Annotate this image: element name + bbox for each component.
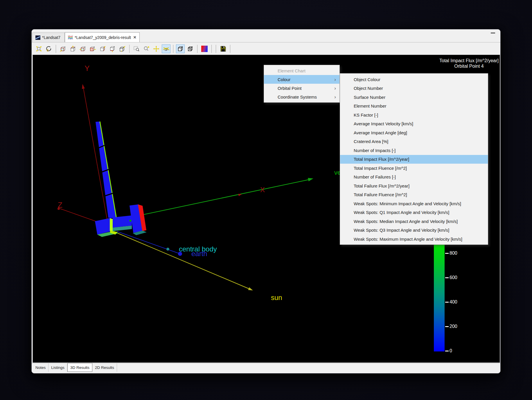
- submenu-arrow-icon: ›: [334, 94, 336, 99]
- colorbar-tick: 600: [445, 275, 457, 280]
- submenu-arrow-icon: ›: [334, 86, 336, 91]
- close-tab-icon[interactable]: ✕: [133, 35, 136, 40]
- view-left-icon[interactable]: [78, 44, 87, 53]
- tick-label: 200: [450, 324, 457, 329]
- minimize-button[interactable]: [491, 33, 495, 33]
- view-top-icon[interactable]: [69, 44, 77, 53]
- tab-2d-results[interactable]: 2D Results: [92, 363, 117, 372]
- toolbar-separator: [173, 45, 173, 53]
- editor-tab-strip: *Landsat7 *Landsat7_y2009_debris-result …: [32, 29, 500, 42]
- view-bottom-icon[interactable]: [108, 44, 117, 53]
- colorbar-tick: 400: [445, 299, 457, 305]
- tab-debris-result[interactable]: *Landsat7_y2009_debris-result ✕: [65, 32, 140, 42]
- desktop-background: { "window": { "tabs": [ { "label": "*Lan…: [0, 0, 532, 400]
- toolbar-separator: [216, 45, 216, 53]
- zoom-window-icon[interactable]: [132, 44, 141, 53]
- sun-arrowhead: [248, 287, 253, 290]
- colorbar-tick: 800: [445, 251, 457, 256]
- pan-icon[interactable]: [152, 44, 161, 53]
- submenu-item-ks-factor[interactable]: KS Factor [-]: [340, 110, 488, 119]
- viewer-toolbar: 0: [32, 42, 500, 55]
- tab-listings[interactable]: Listings: [48, 363, 67, 372]
- tick-label: 400: [450, 299, 457, 305]
- view-back-icon[interactable]: [98, 44, 107, 53]
- sun-line: [114, 231, 249, 289]
- submenu-item-number-of-impacts[interactable]: Number of Impacts [-]: [340, 146, 488, 155]
- y-axis-label: Y: [85, 64, 89, 73]
- central-body-dot: [166, 248, 169, 251]
- submenu-item-total-impact-flux[interactable]: Total Impact Flux [/m^2/year]: [340, 155, 488, 164]
- tab-label: *Landsat7: [42, 35, 60, 40]
- tab-landsat7[interactable]: *Landsat7: [32, 33, 65, 42]
- rotate-zero-icon[interactable]: 0: [44, 44, 53, 53]
- gradient-swatch: [201, 46, 208, 52]
- tick-label: 0: [450, 348, 452, 353]
- submenu-item-object-colour[interactable]: Object Colour: [340, 75, 488, 84]
- velocity-line: [129, 180, 309, 218]
- submenu-item-average-impact-velocity[interactable]: Average Impact Velocity [km/s]: [340, 119, 488, 128]
- submenu-item-total-failure-flux[interactable]: Total Failure Flux [/m^2/year]: [340, 181, 488, 190]
- submenu-item-weak-spots-maximum[interactable]: Weak Spots: Maximum Impact Angle and Vel…: [340, 235, 488, 244]
- result-chart-icon: [68, 35, 73, 40]
- tab-notes[interactable]: Notes: [33, 363, 48, 372]
- earth-label: earth: [191, 250, 207, 258]
- svg-text:0: 0: [47, 49, 48, 52]
- submenu-item-weak-spots-minimum[interactable]: Weak Spots: Minimum Impact Angle and Vel…: [340, 199, 488, 208]
- submenu-item-weak-spots-q1[interactable]: Weak Spots: Q1 Impact Angle and Velocity…: [340, 208, 488, 217]
- submenu-item-total-impact-fluence[interactable]: Total Impact Fluence [/m^2]: [340, 164, 488, 173]
- colour-submenu: Object Colour Object Number Surface Numb…: [340, 73, 488, 245]
- wireframe-shading-icon[interactable]: [186, 44, 195, 53]
- x-axis-label: X: [260, 186, 265, 194]
- result-tab-bar: Notes Listings 3D Results 2D Results: [32, 363, 500, 372]
- submenu-item-surface-number[interactable]: Surface Number: [340, 93, 488, 102]
- x-axis-arrowhead: [238, 194, 242, 196]
- submenu-item-element-number[interactable]: Element Number: [340, 102, 488, 111]
- colorbar-gradient: [434, 244, 445, 351]
- y-axis-arrowhead: [82, 84, 85, 89]
- tick-label: 800: [450, 251, 457, 256]
- colour-scale-icon[interactable]: [200, 44, 209, 53]
- toolbar-separator: [197, 45, 197, 53]
- body-center-bar: [113, 215, 132, 228]
- menu-item-element-chart[interactable]: Element Chart: [264, 66, 339, 75]
- menu-item-colour[interactable]: Colour ›: [264, 75, 339, 84]
- velocity-arrowhead: [308, 178, 313, 181]
- submenu-item-weak-spots-median[interactable]: Weak Spots: Median Impact Angle and Velo…: [340, 217, 488, 226]
- save-icon[interactable]: [219, 44, 227, 53]
- menu-item-orbital-point[interactable]: Orbital Point ›: [264, 84, 339, 92]
- submenu-item-average-impact-angle[interactable]: Average Impact Angle [deg]: [340, 128, 488, 137]
- toolbar-separator: [129, 45, 130, 53]
- view-isometric-icon[interactable]: [118, 44, 127, 53]
- submenu-item-total-failure-fluence[interactable]: Total Failure Fluence [/m^2]: [340, 190, 488, 199]
- solar-panel: [96, 122, 116, 218]
- tick-mark: [445, 277, 449, 278]
- colorbar-tick: 0: [445, 348, 452, 353]
- solid-shading-icon[interactable]: [176, 44, 185, 53]
- zoom-extents-icon[interactable]: [35, 44, 43, 53]
- rotate-view-icon[interactable]: [162, 44, 170, 53]
- earth-line: [117, 231, 180, 254]
- tick-mark: [445, 326, 449, 327]
- submenu-item-weak-spots-q3[interactable]: Weak Spots: Q3 Impact Angle and Velocity…: [340, 226, 488, 235]
- colorbar-tick: 200: [445, 324, 457, 329]
- tick-mark: [445, 253, 449, 254]
- tick-label: 600: [450, 275, 457, 280]
- tick-mark: [445, 302, 449, 303]
- toolbar-separator: [211, 45, 212, 53]
- sun-label: sun: [271, 294, 282, 301]
- z-axis-label: Z: [58, 201, 62, 209]
- tab-3d-results[interactable]: 3D Results: [67, 363, 92, 372]
- tick-mark: [445, 351, 449, 351]
- toolbar-separator: [230, 45, 230, 53]
- submenu-item-number-of-failures[interactable]: Number of Failures [-]: [340, 173, 488, 182]
- submenu-item-cratered-area[interactable]: Cratered Area [%]: [340, 137, 488, 146]
- context-menu: Element Chart Colour › Orbital Point › C…: [264, 65, 340, 103]
- body-mast: [110, 218, 113, 231]
- submenu-item-object-number[interactable]: Object Number: [340, 84, 488, 93]
- view-front-icon[interactable]: [59, 44, 67, 53]
- satellite-image-icon: [35, 35, 40, 40]
- view-right-icon[interactable]: [88, 44, 97, 53]
- zoom-in-out-icon[interactable]: [142, 44, 151, 53]
- menu-item-coordinate-systems[interactable]: Coordinate Systems ›: [264, 92, 339, 101]
- submenu-arrow-icon: ›: [334, 77, 336, 82]
